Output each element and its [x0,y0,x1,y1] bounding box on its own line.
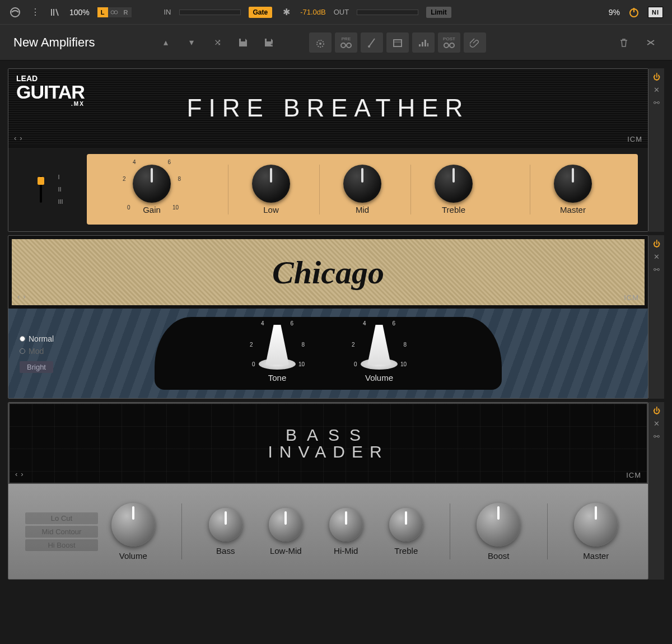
module-close-icon[interactable]: ✕ [654,419,660,428]
gate-settings-icon[interactable]: ✱ [280,6,292,18]
fire-breather-controls: I II III 0 2 4 6 8 [8,147,648,231]
knob-volume[interactable]: Volume [111,503,155,561]
module-power-icon[interactable]: ⏻ [653,407,660,415]
app-logo-icon[interactable] [9,6,21,18]
post-fx-icon[interactable]: POST [438,32,460,53]
knob-treble[interactable]: Treble [410,165,496,214]
preset-bar: New Amplifiers ▴ ▾ ⤨ + PRE POST [0,25,672,60]
module-link-icon[interactable]: ⚯ [654,265,660,274]
pre-fx-icon[interactable]: PRE [335,32,357,53]
mode-normal-radio[interactable]: Normal [20,334,104,343]
knob-treble[interactable]: Treble [389,508,423,556]
save-icon[interactable] [235,35,251,50]
svg-point-11 [347,43,351,48]
preset-next-icon[interactable]: ▾ [184,35,199,50]
svg-point-19 [444,43,449,48]
locut-button[interactable]: Lo Cut [25,512,98,524]
module-power-icon[interactable]: ⏻ [653,73,660,81]
svg-rect-5 [241,39,245,41]
save-as-icon[interactable]: + [261,35,277,50]
svg-rect-16 [422,42,423,46]
module-link-icon[interactable]: ⚯ [654,432,660,441]
cpu-usage-value: 9% [609,8,620,17]
bright-button[interactable]: Bright [20,361,53,373]
gate-threshold-value[interactable]: -71.0dB [300,8,326,16]
channel-left-button[interactable]: L [97,7,108,17]
gate-button[interactable]: Gate [249,7,273,18]
knob-master[interactable]: Master [574,503,618,561]
knob-tone[interactable]: 0 2 4 6 8 10 Tone [260,325,295,382]
module-next-icon[interactable]: › [20,134,22,142]
svg-rect-18 [427,43,428,46]
module-prev-icon[interactable]: ‹ [15,470,17,478]
module-side-controls: ⏻ ✕ ⚯ [648,402,664,580]
fire-breather-title: FIRE BREATHER [187,94,470,122]
knob-volume[interactable]: 0 2 4 6 8 10 Volume [362,325,396,382]
library-icon[interactable] [49,6,62,18]
svg-point-9 [319,43,321,45]
svg-point-20 [450,43,454,48]
svg-rect-17 [424,40,426,46]
knob-gain[interactable]: 0 2 4 6 8 10 Gain [109,165,194,214]
rack-container: LEAD GUITAR .MX FIRE BREATHER ‹ › ICM [0,60,672,580]
module-prev-icon[interactable]: ‹ [14,134,16,142]
midcontour-button[interactable]: Mid Contour [25,526,98,538]
knob-bass[interactable]: Bass [209,508,242,556]
preset-name[interactable]: New Amplifiers [13,35,148,50]
attachment-icon[interactable] [464,32,486,53]
tuner-icon[interactable] [309,32,332,53]
knob-lowmid[interactable]: Low-Mid [269,508,302,556]
svg-text:+: + [270,41,274,48]
chicago-controls: Normal Mod Bright 0 2 4 6 8 [8,309,648,398]
preset-prev-icon[interactable]: ▴ [158,35,174,50]
stereo-link-icon[interactable] [108,7,120,17]
module-prev-icon[interactable]: ‹ [17,292,20,301]
module-next-icon[interactable]: › [23,292,25,301]
zoom-value[interactable]: 100% [69,8,90,17]
fire-breather-header: LEAD GUITAR .MX FIRE BREATHER ‹ › ICM [8,69,648,147]
module-power-icon[interactable]: ⏻ [653,240,660,248]
brand-tag: ICM [627,135,642,143]
channel-switch[interactable]: I II III [8,147,87,231]
divider [547,503,548,559]
divider [450,503,450,559]
module-close-icon[interactable]: ✕ [654,253,660,261]
power-icon[interactable] [628,6,640,18]
module-fire-breather: LEAD GUITAR .MX FIRE BREATHER ‹ › ICM [8,68,664,232]
knob-himid[interactable]: Hi-Mid [329,508,363,556]
knob-master[interactable]: Master [530,165,615,214]
input-meter[interactable] [179,10,241,15]
module-next-icon[interactable]: › [21,470,23,478]
svg-point-1 [111,11,114,14]
cabinet-icon[interactable] [386,32,409,53]
shuffle-icon[interactable]: ⤨ [209,35,225,50]
knob-boost[interactable]: Boost [477,503,520,561]
chicago-header: Chicago ‹› ICM [8,236,648,309]
knob-low[interactable]: Low [228,165,314,214]
svg-point-10 [341,43,346,48]
mode-mod-radio[interactable]: Mod [20,347,104,356]
svg-rect-15 [419,44,421,46]
knob-mid[interactable]: Mid [319,165,405,214]
svg-point-2 [114,11,118,14]
module-link-icon[interactable]: ⚯ [654,99,660,107]
module-side-controls: ⏻ ✕ ⚯ [648,68,664,232]
amp-icon[interactable] [361,32,383,53]
signal-chain-icons: PRE POST [309,32,486,53]
ni-logo-badge[interactable]: NI [648,7,663,18]
module-close-icon[interactable]: ✕ [654,86,660,94]
top-toolbar: ⋮ 100% L R IN Gate ✱ -71.0dB OUT Limit 9… [0,0,672,25]
bass-invader-controls: Lo Cut Mid Contour Hi Boost Volume Bass … [8,484,648,579]
trash-icon[interactable] [616,35,632,50]
collapse-icon[interactable] [643,35,659,50]
eq-icon[interactable] [412,32,435,53]
kebab-menu-icon[interactable]: ⋮ [29,6,41,18]
limit-button[interactable]: Limit [426,7,451,18]
output-meter[interactable] [357,10,418,15]
hiboost-button[interactable]: Hi Boost [25,539,98,551]
module-side-controls: ⏻ ✕ ⚯ [648,235,664,399]
channel-right-button[interactable]: R [120,7,132,17]
svg-rect-13 [394,40,402,46]
channel-selector[interactable]: L R [97,7,132,17]
brand-tag: ICM [626,471,641,479]
